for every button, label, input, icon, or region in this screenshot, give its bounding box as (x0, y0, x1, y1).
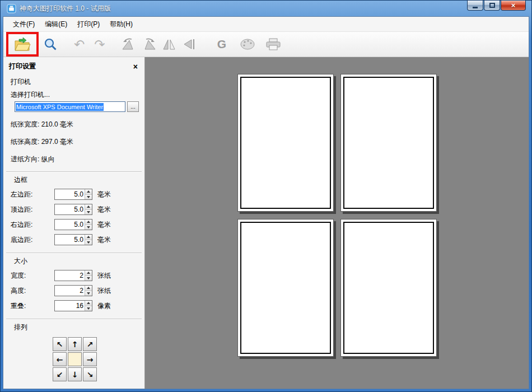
spin-up-button[interactable] (85, 189, 92, 195)
width-label: 宽度: (11, 271, 54, 281)
arrange-right-button[interactable]: → (83, 352, 97, 366)
menu-edit[interactable]: 编辑(E) (40, 17, 72, 31)
top-margin-row: 顶边距: 毫米 (11, 204, 139, 215)
open-file-button[interactable] (12, 35, 32, 54)
minimize-button[interactable] (467, 1, 483, 11)
maximize-icon (489, 3, 495, 8)
rotate-left-icon (121, 38, 137, 51)
window-body: 文件(F) 编辑(E) 打印(P) 帮助(H) (3, 16, 529, 389)
menubar: 文件(F) 编辑(E) 打印(P) 帮助(H) (3, 17, 529, 31)
arrange-up-left-button[interactable]: ↖ (53, 337, 67, 351)
flip-vertical-icon (183, 38, 196, 50)
printer-name-field[interactable]: Microsoft XPS Document Writer (15, 101, 125, 112)
page-border (240, 77, 331, 209)
spin-down-button[interactable] (85, 195, 92, 200)
page-grid (237, 74, 437, 357)
down-arrow-icon (87, 211, 90, 213)
spin-up-button[interactable] (85, 220, 92, 225)
menu-file[interactable]: 文件(F) (8, 17, 40, 31)
overlap-row: 重叠: 像素 (11, 300, 139, 311)
flip-horizontal-icon (162, 38, 176, 50)
undo-button: ↶ (69, 35, 90, 54)
top-margin-input[interactable] (55, 204, 85, 214)
up-arrow-icon (87, 206, 90, 208)
print-settings-panel: 打印设置 × 打印机 选择打印机... Microsoft XPS Docume… (3, 57, 145, 389)
menu-help[interactable]: 帮助(H) (105, 17, 138, 31)
down-arrow-icon (87, 226, 90, 228)
spin-up-button[interactable] (85, 235, 92, 240)
rotate-right-button (139, 35, 159, 54)
window-title: 神奇大图打印软件 1.0 - 试用版 (20, 4, 111, 13)
height-row: 高度: 张纸 (11, 285, 139, 296)
height-spinbox[interactable] (54, 285, 92, 296)
spinner-buttons (85, 270, 92, 281)
up-arrow-icon (87, 272, 90, 274)
spin-down-button[interactable] (85, 276, 92, 281)
width-spinbox[interactable] (54, 270, 92, 281)
bottom-margin-input[interactable] (55, 235, 85, 245)
toolbar: ↶ ↷ (3, 31, 529, 57)
spin-up-button[interactable] (85, 301, 92, 306)
spin-up-button[interactable] (85, 270, 92, 276)
spin-down-button[interactable] (85, 306, 92, 311)
maximize-button[interactable] (484, 1, 500, 11)
overlap-label: 重叠: (11, 301, 54, 311)
arrange-down-left-button[interactable]: ↙ (53, 367, 67, 381)
down-arrow-icon (87, 241, 90, 244)
arrange-up-right-button[interactable]: ↗ (83, 337, 97, 351)
panel-close-button[interactable]: × (133, 63, 138, 71)
spin-up-button[interactable] (85, 286, 92, 291)
arrange-left-button[interactable]: ← (53, 352, 67, 366)
printer-section-label: 打印机 (11, 77, 144, 87)
down-arrow-icon (87, 307, 90, 310)
arrange-down-button[interactable]: ↓ (68, 367, 82, 381)
overlap-spinbox[interactable] (54, 300, 92, 311)
top-margin-spinbox[interactable] (54, 204, 92, 215)
paper-width-line: 纸张宽度: 210.0 毫米 (11, 120, 144, 129)
window-controls: × (466, 1, 526, 11)
top-margin-unit: 毫米 (97, 205, 111, 214)
left-margin-spinbox[interactable] (54, 189, 92, 200)
right-margin-unit: 毫米 (97, 220, 111, 230)
up-arrow-icon (87, 221, 90, 223)
spin-down-button[interactable] (85, 291, 92, 296)
browse-printer-button[interactable]: ... (127, 101, 139, 112)
app-icon (7, 4, 16, 13)
menu-print[interactable]: 打印(P) (72, 17, 105, 31)
arrange-up-button[interactable]: ↑ (68, 337, 82, 351)
zoom-button[interactable] (40, 35, 60, 54)
close-button[interactable]: × (501, 1, 526, 11)
titlebar: 神奇大图打印软件 1.0 - 试用版 × (3, 1, 529, 16)
spin-down-button[interactable] (85, 210, 92, 215)
top-margin-label: 顶边距: (11, 205, 54, 214)
divider (6, 253, 142, 254)
magnifier-icon (44, 38, 57, 51)
bottom-margin-spinbox[interactable] (54, 234, 92, 245)
height-label: 高度: (11, 286, 54, 296)
grayscale-icon: G (217, 38, 226, 51)
height-unit: 张纸 (97, 286, 111, 296)
overlap-input[interactable] (55, 301, 85, 311)
divider (6, 171, 142, 172)
spin-down-button[interactable] (85, 240, 92, 245)
arrange-grid: ↖ ↑ ↗ ← → ↙ ↓ ↘ (53, 337, 144, 381)
flip-horizontal-button (159, 35, 179, 54)
right-margin-spinbox[interactable] (54, 219, 92, 230)
height-input[interactable] (55, 286, 85, 296)
left-margin-row: 左边距: 毫米 (11, 189, 139, 200)
close-icon: × (511, 1, 516, 10)
right-margin-label: 右边距: (11, 220, 54, 230)
right-margin-input[interactable] (55, 220, 85, 230)
spinner-buttons (85, 204, 92, 214)
right-margin-row: 右边距: 毫米 (11, 219, 139, 230)
left-margin-input[interactable] (55, 189, 85, 199)
left-margin-unit: 毫米 (97, 190, 111, 199)
annotation-highlight-box (6, 32, 39, 57)
palette-icon (240, 38, 255, 50)
spin-up-button[interactable] (85, 204, 92, 210)
arrange-down-right-button[interactable]: ↘ (83, 367, 97, 381)
width-input[interactable] (55, 270, 85, 281)
content-area: 打印设置 × 打印机 选择打印机... Microsoft XPS Docume… (3, 57, 529, 389)
spin-down-button[interactable] (85, 225, 92, 230)
arrange-center-button[interactable] (68, 352, 82, 366)
